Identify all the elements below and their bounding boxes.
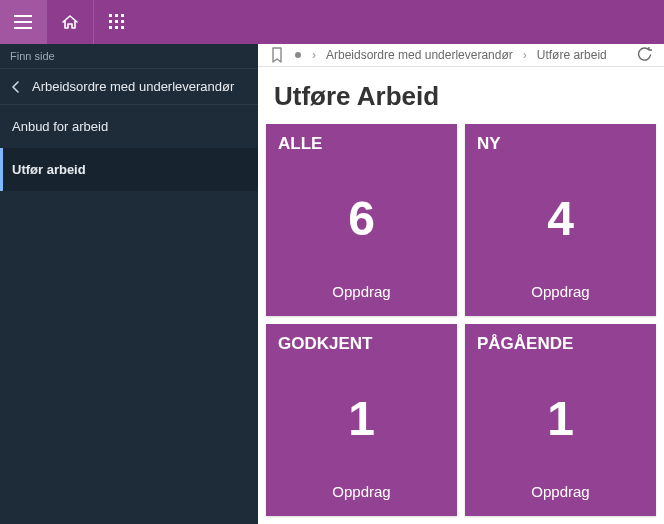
tile-value: 1 [278, 354, 445, 483]
hamburger-icon [14, 15, 32, 29]
svg-point-9 [295, 52, 301, 58]
svg-rect-7 [115, 26, 118, 29]
dot-icon [294, 51, 302, 59]
apps-button[interactable] [94, 0, 140, 44]
chevron-right-icon: › [523, 48, 527, 62]
sidebar-item-utfor[interactable]: Utfør arbeid [0, 148, 258, 191]
tile-value: 6 [278, 154, 445, 283]
svg-rect-2 [121, 14, 124, 17]
svg-rect-0 [109, 14, 112, 17]
page-title: Utføre Arbeid [258, 67, 664, 124]
tile-grid: ALLE 6 Oppdrag NY 4 Oppdrag GODKJENT 1 O… [258, 124, 664, 524]
tile-alle[interactable]: ALLE 6 Oppdrag [266, 124, 457, 316]
tile-title: PÅGÅENDE [477, 334, 644, 354]
tile-pagaende[interactable]: PÅGÅENDE 1 Oppdrag [465, 324, 656, 516]
menu-button[interactable] [0, 0, 46, 44]
tile-sub: Oppdrag [278, 283, 445, 306]
main-area: › Arbeidsordre med underleverandør › Utf… [258, 44, 664, 524]
chevron-left-icon [12, 81, 20, 93]
breadcrumb-bar: › Arbeidsordre med underleverandør › Utf… [258, 44, 664, 67]
tile-title: ALLE [278, 134, 445, 154]
tile-sub: Oppdrag [477, 483, 644, 506]
breadcrumb-item[interactable]: Utføre arbeid [537, 48, 607, 62]
tile-sub: Oppdrag [477, 283, 644, 306]
tile-title: NY [477, 134, 644, 154]
tile-title: GODKJENT [278, 334, 445, 354]
sidebar-header-label: Arbeidsordre med underleverandør [32, 79, 234, 94]
svg-rect-4 [115, 20, 118, 23]
svg-rect-3 [109, 20, 112, 23]
tile-sub: Oppdrag [278, 483, 445, 506]
tile-ny[interactable]: NY 4 Oppdrag [465, 124, 656, 316]
tile-value: 4 [477, 154, 644, 283]
svg-rect-8 [121, 26, 124, 29]
svg-rect-1 [115, 14, 118, 17]
sidebar-header[interactable]: Arbeidsordre med underleverandør [0, 69, 258, 105]
sidebar-item-label: Utfør arbeid [12, 162, 86, 177]
home-icon [61, 13, 79, 31]
bookmark-icon[interactable] [270, 47, 284, 63]
tile-value: 1 [477, 354, 644, 483]
home-button[interactable] [47, 0, 93, 44]
find-page-input[interactable]: Finn side [0, 44, 258, 69]
breadcrumb-item[interactable]: Arbeidsordre med underleverandør [326, 48, 513, 62]
topbar [0, 0, 664, 44]
sidebar-item-anbud[interactable]: Anbud for arbeid [0, 105, 258, 148]
chevron-right-icon: › [312, 48, 316, 62]
refresh-icon[interactable] [636, 47, 652, 63]
grid-icon [109, 14, 125, 30]
svg-rect-5 [121, 20, 124, 23]
sidebar-item-label: Anbud for arbeid [12, 119, 108, 134]
svg-rect-6 [109, 26, 112, 29]
sidebar: Finn side Arbeidsordre med underleverand… [0, 44, 258, 524]
tile-godkjent[interactable]: GODKJENT 1 Oppdrag [266, 324, 457, 516]
